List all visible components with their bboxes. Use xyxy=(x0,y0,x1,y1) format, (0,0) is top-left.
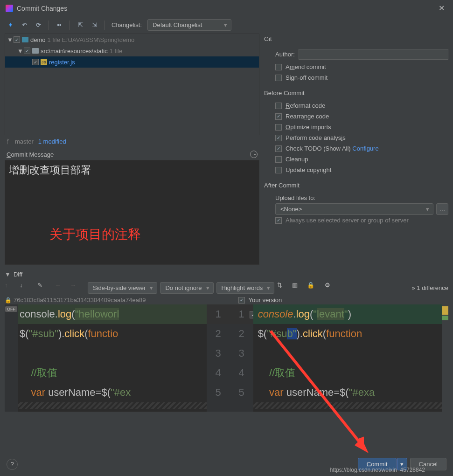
before-item: Rearrange code xyxy=(264,111,448,122)
signoff-label: Sign-off commit xyxy=(286,74,328,81)
checkbox[interactable] xyxy=(275,124,282,131)
commit-message-input[interactable] xyxy=(5,160,259,265)
file-tree[interactable]: ▼ demo 1 file E:\JAVA\SSM\Spring\demo ▼ … xyxy=(5,34,259,135)
right-pane[interactable]: console.log("levant") $("#sub").click(fu… xyxy=(253,304,442,412)
amend-checkbox[interactable] xyxy=(275,64,282,70)
commit-message-label: Commit Message xyxy=(7,151,54,158)
js-file-icon xyxy=(41,59,47,65)
svg-marker-1 xyxy=(355,435,367,448)
group-icon[interactable]: ▪▪ xyxy=(54,20,65,31)
branch-icon: ᚶ xyxy=(7,138,10,145)
checkbox[interactable] xyxy=(24,48,30,54)
modified-count[interactable]: 1 modified xyxy=(38,138,66,145)
author-label: Author: xyxy=(275,51,295,58)
before-commit-title: Before Commit xyxy=(264,83,448,100)
tree-child[interactable]: ▼ src\main\resources\static 1 file xyxy=(5,45,259,56)
history-icon[interactable] xyxy=(250,151,258,158)
line-gutter: 12345 12345 xyxy=(207,304,253,412)
checkbox[interactable] xyxy=(275,156,282,163)
diff-label: Diff xyxy=(14,271,22,278)
lock-icon: 🔒 xyxy=(5,297,12,304)
before-item: Cleanup xyxy=(264,154,448,165)
svg-marker-2 xyxy=(355,438,369,453)
checkbox[interactable] xyxy=(275,103,282,109)
before-item: Update copyright xyxy=(264,165,448,175)
off-badge: OFF xyxy=(5,306,17,312)
signoff-checkbox[interactable] xyxy=(275,75,282,81)
checkbox[interactable] xyxy=(14,36,20,43)
diff-count: » 1 difference xyxy=(411,284,448,291)
close-icon[interactable]: ✕ xyxy=(436,3,447,14)
browse-button[interactable]: … xyxy=(436,203,448,215)
folder-icon xyxy=(22,37,28,42)
bottom-bar: ? CCommitommit ▾ Cancel xyxy=(0,452,453,476)
sync-scroll-icon[interactable]: ▥ xyxy=(292,282,304,294)
left-pane[interactable]: console.log("helloworl $("#sub").click(f… xyxy=(18,304,207,412)
upload-label: Upload files to: xyxy=(275,194,315,201)
next-diff-icon[interactable]: ↓ xyxy=(20,282,32,294)
after-commit-title: After Commit xyxy=(264,175,448,193)
folder-icon xyxy=(32,48,39,54)
expand-icon[interactable]: ⇱ xyxy=(75,20,86,31)
collapse-icon[interactable]: ⇲ xyxy=(89,20,100,31)
marker-gutter[interactable] xyxy=(442,304,448,412)
branch-name: master xyxy=(15,138,34,145)
your-version-checkbox[interactable] xyxy=(238,297,245,304)
checkbox[interactable] xyxy=(275,113,282,120)
cancel-button[interactable]: Cancel xyxy=(410,458,446,470)
checkbox[interactable] xyxy=(275,135,282,141)
undo-icon[interactable]: ↶ xyxy=(19,20,30,31)
checkbox[interactable] xyxy=(32,59,39,65)
ignore-combo[interactable]: Do not ignore xyxy=(160,282,213,294)
gear-icon[interactable]: ⚙ xyxy=(325,282,337,294)
app-icon xyxy=(6,5,13,12)
before-item: Perform code analysis xyxy=(264,132,448,143)
prev-diff-icon[interactable]: ↑ xyxy=(5,282,17,294)
diff-viewer: OFF console.log("helloworl $("#sub").cli… xyxy=(5,304,448,412)
refresh-icon[interactable]: ⟳ xyxy=(33,20,44,31)
collapse-unchanged-icon[interactable]: ⇅ xyxy=(277,282,289,294)
always-checkbox[interactable] xyxy=(275,217,282,224)
changelist-combo[interactable]: Default Changelist xyxy=(147,19,231,31)
edit-icon[interactable]: ✎ xyxy=(37,282,49,294)
before-item: Reformat code xyxy=(264,100,448,111)
commit-button[interactable]: CCommitommit xyxy=(358,458,397,470)
help-icon[interactable]: ? xyxy=(7,459,18,470)
highlight-combo[interactable]: Highlight words xyxy=(216,282,275,294)
upload-combo[interactable]: <None> xyxy=(275,203,433,215)
status-line: ᚶ master 1 modified xyxy=(5,135,259,146)
diff-toggle-icon[interactable]: ▼ xyxy=(5,271,11,278)
expand-icon[interactable]: ▼ xyxy=(7,36,12,43)
before-item: Optimize imports xyxy=(264,122,448,132)
checkbox[interactable] xyxy=(275,167,282,173)
diff-toolbar: ↑ ↓ ✎ ← → Side-by-side viewer Do not ign… xyxy=(0,280,453,296)
toolbar: ✦ ↶ ⟳ ▪▪ ⇱ ⇲ Changelist: Default Changel… xyxy=(0,16,453,34)
git-section-title: Git xyxy=(264,34,448,47)
checkbox[interactable] xyxy=(275,145,282,152)
window-title: Commit Changes xyxy=(17,5,436,12)
commit-hash: 76c183c8a91153171ba3143304409caafa74ea89 xyxy=(14,297,146,304)
author-input[interactable] xyxy=(299,49,448,60)
forward-icon[interactable]: → xyxy=(70,282,82,294)
viewer-combo[interactable]: Side-by-side viewer xyxy=(88,282,157,294)
amend-label: Amend commit xyxy=(286,63,326,70)
lock-icon[interactable]: 🔒 xyxy=(307,282,319,294)
before-item: Check TODO (Show All) Configure xyxy=(264,143,448,154)
tree-leaf[interactable]: register.js xyxy=(5,56,259,68)
back-icon[interactable]: ← xyxy=(55,282,67,294)
changelist-label: Changelist: xyxy=(112,21,142,28)
commit-dropdown-button[interactable]: ▾ xyxy=(397,458,407,470)
your-version-label: Your version xyxy=(249,297,282,304)
titlebar: Commit Changes ✕ xyxy=(0,0,453,16)
tree-root[interactable]: ▼ demo 1 file E:\JAVA\SSM\Spring\demo xyxy=(5,34,259,45)
expand-icon[interactable]: ▼ xyxy=(17,48,22,55)
changelist-icon[interactable]: ✦ xyxy=(5,20,16,31)
